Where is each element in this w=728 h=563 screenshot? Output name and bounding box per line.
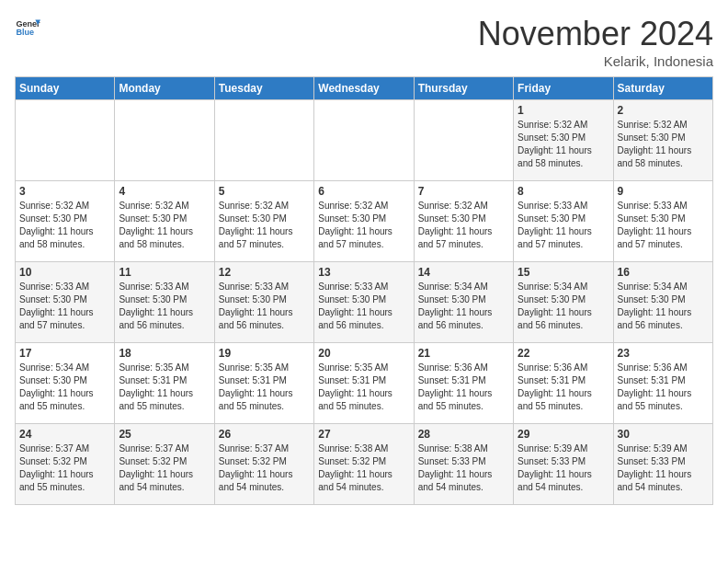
day-number: 12: [219, 266, 310, 279]
calendar-cell: 14Sunrise: 5:34 AMSunset: 5:30 PMDayligh…: [414, 262, 513, 343]
cell-info: Sunrise: 5:32 AMSunset: 5:30 PMDaylight:…: [119, 200, 210, 251]
day-number: 8: [518, 185, 609, 198]
cell-info: Sunrise: 5:33 AMSunset: 5:30 PMDaylight:…: [518, 200, 609, 251]
cell-info: Sunrise: 5:34 AMSunset: 5:30 PMDaylight:…: [19, 362, 110, 413]
day-number: 17: [19, 347, 110, 360]
week-row-0: 1Sunrise: 5:32 AMSunset: 5:30 PMDaylight…: [16, 100, 713, 181]
cell-info: Sunrise: 5:32 AMSunset: 5:30 PMDaylight:…: [219, 200, 310, 251]
cell-info: Sunrise: 5:39 AMSunset: 5:33 PMDaylight:…: [518, 442, 609, 494]
calendar-cell: 11Sunrise: 5:33 AMSunset: 5:30 PMDayligh…: [115, 262, 214, 343]
calendar-body: 1Sunrise: 5:32 AMSunset: 5:30 PMDaylight…: [16, 100, 713, 505]
calendar-cell: 27Sunrise: 5:38 AMSunset: 5:32 PMDayligh…: [314, 424, 414, 505]
calendar-cell: 19Sunrise: 5:35 AMSunset: 5:31 PMDayligh…: [214, 343, 313, 424]
day-number: 2: [618, 104, 709, 117]
day-number: 11: [119, 266, 210, 279]
cell-info: Sunrise: 5:32 AMSunset: 5:30 PMDaylight:…: [19, 200, 110, 251]
calendar-cell: 16Sunrise: 5:34 AMSunset: 5:30 PMDayligh…: [613, 262, 712, 343]
calendar-header: SundayMondayTuesdayWednesdayThursdayFrid…: [16, 77, 713, 100]
cell-info: Sunrise: 5:32 AMSunset: 5:30 PMDaylight:…: [318, 200, 409, 251]
calendar-cell: 10Sunrise: 5:33 AMSunset: 5:30 PMDayligh…: [16, 262, 115, 343]
calendar-cell: 7Sunrise: 5:32 AMSunset: 5:30 PMDaylight…: [414, 181, 513, 262]
day-number: 7: [418, 185, 509, 198]
calendar-cell: 30Sunrise: 5:39 AMSunset: 5:33 PMDayligh…: [613, 424, 712, 505]
calendar-cell: 23Sunrise: 5:36 AMSunset: 5:31 PMDayligh…: [613, 343, 712, 424]
header-day-thursday: Thursday: [414, 77, 513, 100]
header-day-wednesday: Wednesday: [314, 77, 414, 100]
header-day-saturday: Saturday: [613, 77, 712, 100]
day-number: 28: [418, 428, 509, 441]
cell-info: Sunrise: 5:33 AMSunset: 5:30 PMDaylight:…: [618, 200, 709, 251]
cell-info: Sunrise: 5:34 AMSunset: 5:30 PMDaylight:…: [618, 281, 709, 332]
week-row-2: 10Sunrise: 5:33 AMSunset: 5:30 PMDayligh…: [16, 262, 713, 343]
day-number: 26: [219, 428, 310, 441]
cell-info: Sunrise: 5:33 AMSunset: 5:30 PMDaylight:…: [19, 281, 110, 332]
day-number: 9: [618, 185, 709, 198]
calendar-cell: 17Sunrise: 5:34 AMSunset: 5:30 PMDayligh…: [16, 343, 115, 424]
week-row-3: 17Sunrise: 5:34 AMSunset: 5:30 PMDayligh…: [16, 343, 713, 424]
day-number: 16: [618, 266, 709, 279]
calendar-cell: 6Sunrise: 5:32 AMSunset: 5:30 PMDaylight…: [314, 181, 414, 262]
cell-info: Sunrise: 5:35 AMSunset: 5:31 PMDaylight:…: [318, 362, 409, 413]
day-number: 25: [119, 428, 210, 441]
calendar-cell: 8Sunrise: 5:33 AMSunset: 5:30 PMDaylight…: [514, 181, 613, 262]
day-number: 20: [318, 347, 409, 360]
header-day-monday: Monday: [115, 77, 214, 100]
calendar-cell: 4Sunrise: 5:32 AMSunset: 5:30 PMDaylight…: [115, 181, 214, 262]
calendar-cell: 20Sunrise: 5:35 AMSunset: 5:31 PMDayligh…: [314, 343, 414, 424]
day-number: 5: [219, 185, 310, 198]
calendar-cell: 28Sunrise: 5:38 AMSunset: 5:33 PMDayligh…: [414, 424, 513, 505]
cell-info: Sunrise: 5:38 AMSunset: 5:33 PMDaylight:…: [418, 442, 509, 494]
header-day-sunday: Sunday: [16, 77, 115, 100]
calendar-cell: 5Sunrise: 5:32 AMSunset: 5:30 PMDaylight…: [214, 181, 313, 262]
day-number: 13: [318, 266, 409, 279]
calendar-cell: [414, 100, 513, 181]
calendar-cell: 1Sunrise: 5:32 AMSunset: 5:30 PMDaylight…: [514, 100, 613, 181]
calendar-cell: 24Sunrise: 5:37 AMSunset: 5:32 PMDayligh…: [16, 424, 115, 505]
cell-info: Sunrise: 5:32 AMSunset: 5:30 PMDaylight:…: [518, 119, 609, 170]
calendar-cell: 22Sunrise: 5:36 AMSunset: 5:31 PMDayligh…: [514, 343, 613, 424]
cell-info: Sunrise: 5:35 AMSunset: 5:31 PMDaylight:…: [219, 362, 310, 413]
location: Kelarik, Indonesia: [478, 53, 713, 69]
cell-info: Sunrise: 5:37 AMSunset: 5:32 PMDaylight:…: [119, 442, 210, 494]
calendar-cell: [314, 100, 414, 181]
page-header: General Blue November 2024 Kelarik, Indo…: [15, 15, 713, 69]
day-number: 22: [518, 347, 609, 360]
day-number: 24: [19, 428, 110, 441]
calendar-cell: [16, 100, 115, 181]
header-row: SundayMondayTuesdayWednesdayThursdayFrid…: [16, 77, 713, 100]
day-number: 10: [19, 266, 110, 279]
cell-info: Sunrise: 5:39 AMSunset: 5:33 PMDaylight:…: [618, 442, 709, 494]
day-number: 27: [318, 428, 409, 441]
day-number: 18: [119, 347, 210, 360]
calendar-cell: 12Sunrise: 5:33 AMSunset: 5:30 PMDayligh…: [214, 262, 313, 343]
cell-info: Sunrise: 5:37 AMSunset: 5:32 PMDaylight:…: [19, 442, 110, 494]
cell-info: Sunrise: 5:33 AMSunset: 5:30 PMDaylight:…: [219, 281, 310, 332]
day-number: 30: [618, 428, 709, 441]
header-day-friday: Friday: [514, 77, 613, 100]
day-number: 4: [119, 185, 210, 198]
day-number: 29: [518, 428, 609, 441]
cell-info: Sunrise: 5:35 AMSunset: 5:31 PMDaylight:…: [119, 362, 210, 413]
calendar-cell: [115, 100, 214, 181]
calendar-cell: 25Sunrise: 5:37 AMSunset: 5:32 PMDayligh…: [115, 424, 214, 505]
cell-info: Sunrise: 5:36 AMSunset: 5:31 PMDaylight:…: [618, 362, 709, 413]
cell-info: Sunrise: 5:38 AMSunset: 5:32 PMDaylight:…: [318, 442, 409, 494]
title-block: November 2024 Kelarik, Indonesia: [478, 15, 713, 69]
cell-info: Sunrise: 5:36 AMSunset: 5:31 PMDaylight:…: [418, 362, 509, 413]
cell-info: Sunrise: 5:33 AMSunset: 5:30 PMDaylight:…: [119, 281, 210, 332]
month-title: November 2024: [478, 15, 713, 53]
cell-info: Sunrise: 5:36 AMSunset: 5:31 PMDaylight:…: [518, 362, 609, 413]
calendar-cell: 15Sunrise: 5:34 AMSunset: 5:30 PMDayligh…: [514, 262, 613, 343]
logo-icon: General Blue: [15, 15, 40, 40]
cell-info: Sunrise: 5:32 AMSunset: 5:30 PMDaylight:…: [418, 200, 509, 251]
header-day-tuesday: Tuesday: [214, 77, 313, 100]
svg-text:Blue: Blue: [16, 28, 34, 37]
day-number: 15: [518, 266, 609, 279]
day-number: 14: [418, 266, 509, 279]
calendar-cell: 18Sunrise: 5:35 AMSunset: 5:31 PMDayligh…: [115, 343, 214, 424]
calendar-cell: 29Sunrise: 5:39 AMSunset: 5:33 PMDayligh…: [514, 424, 613, 505]
calendar-cell: 9Sunrise: 5:33 AMSunset: 5:30 PMDaylight…: [613, 181, 712, 262]
day-number: 6: [318, 185, 409, 198]
cell-info: Sunrise: 5:33 AMSunset: 5:30 PMDaylight:…: [318, 281, 409, 332]
calendar-cell: 21Sunrise: 5:36 AMSunset: 5:31 PMDayligh…: [414, 343, 513, 424]
